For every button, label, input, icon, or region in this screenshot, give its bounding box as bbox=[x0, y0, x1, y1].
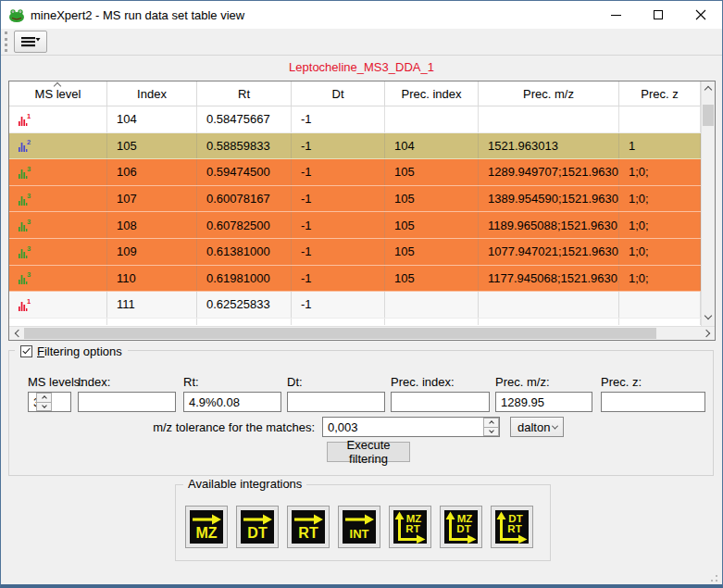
cell-ms-level[interactable]: 3 bbox=[9, 212, 107, 238]
cell-prec-index[interactable]: 105 bbox=[385, 239, 479, 265]
vertical-scrollbar[interactable] bbox=[701, 81, 715, 326]
table-row[interactable]: 31070.60078167-11051389.954590;1521.9630… bbox=[9, 186, 715, 213]
integration-button-mz-rt[interactable]: MZRT bbox=[389, 506, 431, 548]
cell-prec-z[interactable]: 1 bbox=[619, 133, 701, 159]
integration-button-mz-dt[interactable]: MZDT bbox=[440, 506, 482, 548]
cell-dt[interactable]: -1 bbox=[292, 266, 385, 292]
cell-prec-mz[interactable] bbox=[479, 106, 619, 132]
cell-prec-z[interactable] bbox=[619, 106, 701, 132]
cell-dt[interactable]: -1 bbox=[292, 292, 385, 318]
scroll-left-button[interactable] bbox=[9, 327, 24, 340]
table-row[interactable]: 11110.62525833-1 bbox=[9, 292, 715, 319]
column-header-dt[interactable]: Dt bbox=[292, 81, 385, 106]
tolerance-input[interactable] bbox=[322, 417, 500, 437]
table-row[interactable]: 11040.58475667-1 bbox=[9, 106, 715, 133]
cell-rt[interactable]: 0.61381000 bbox=[197, 239, 292, 265]
vertical-scroll-thumb[interactable] bbox=[703, 105, 714, 126]
cell-rt[interactable]: 0.60078167 bbox=[197, 186, 292, 212]
cell-prec-index[interactable]: 105 bbox=[385, 186, 479, 212]
cell-ms-level[interactable]: 2 bbox=[9, 133, 107, 159]
close-button[interactable] bbox=[679, 1, 722, 29]
toolbar-grip[interactable] bbox=[5, 31, 7, 52]
cell-dt[interactable]: -1 bbox=[292, 212, 385, 238]
cell-prec-mz[interactable]: 1077.947021;1521.963013 bbox=[479, 239, 619, 265]
cell-ms-level[interactable]: 1 bbox=[9, 292, 107, 318]
spin-up-button[interactable] bbox=[483, 418, 499, 428]
cell-rt[interactable]: 0.62525833 bbox=[197, 292, 292, 318]
cell-dt[interactable]: -1 bbox=[292, 133, 385, 159]
resize-grip-icon[interactable] bbox=[706, 570, 718, 582]
table-row[interactable]: 31100.61981000-11051177.945068;1521.9630… bbox=[9, 266, 715, 293]
spin-down-button[interactable] bbox=[483, 428, 499, 437]
integration-button-rt[interactable]: RT bbox=[287, 506, 330, 548]
cell-prec-index[interactable] bbox=[385, 106, 479, 132]
cell-prec-index[interactable]: 105 bbox=[385, 266, 479, 292]
table-row[interactable]: 31060.59474500-11051289.949707;1521.9630… bbox=[9, 159, 715, 186]
column-header-prec-z[interactable]: Prec. z bbox=[619, 81, 701, 106]
execute-filtering-button[interactable]: Execute filtering bbox=[327, 442, 410, 462]
maximize-button[interactable] bbox=[637, 1, 679, 29]
spin-down-button[interactable] bbox=[36, 403, 52, 412]
cell-prec-mz[interactable]: 1177.945068;1521.963013 bbox=[479, 266, 619, 292]
cell-dt[interactable]: -1 bbox=[292, 106, 385, 132]
cell-ms-level[interactable]: 1 bbox=[9, 106, 107, 132]
table-row[interactable]: 21050.58859833-11041521.9630131 bbox=[9, 133, 715, 160]
cell-prec-z[interactable]: 1;0; bbox=[619, 212, 701, 238]
cell-prec-mz[interactable]: 1389.954590;1521.963013 bbox=[479, 186, 619, 212]
table-row[interactable]: 31080.60782500-11051189.965088;1521.9630… bbox=[9, 212, 715, 239]
scroll-right-button[interactable] bbox=[700, 327, 715, 340]
cell-rt[interactable]: 0.60782500 bbox=[197, 212, 292, 238]
cell-ms-level[interactable]: 3 bbox=[9, 159, 107, 185]
cell-prec-z[interactable]: 1;0; bbox=[619, 159, 701, 185]
cell-prec-z[interactable]: 1;0; bbox=[619, 239, 701, 265]
cell-rt[interactable]: 0.61981000 bbox=[197, 266, 292, 292]
cell-ms-level[interactable]: 3 bbox=[9, 186, 107, 212]
cell-prec-z[interactable]: 1;0; bbox=[619, 186, 701, 212]
filtering-checkbox[interactable] bbox=[20, 345, 32, 357]
cell-prec-mz[interactable]: 1521.963013 bbox=[479, 133, 619, 159]
scroll-down-button[interactable] bbox=[702, 309, 715, 324]
cell-index[interactable]: 110 bbox=[107, 266, 197, 292]
table-row[interactable]: 31090.61381000-11051077.947021;1521.9630… bbox=[9, 239, 715, 266]
unit-dropdown[interactable]: dalton bbox=[510, 417, 564, 437]
cell-index[interactable]: 106 bbox=[107, 159, 197, 185]
cell-ms-level[interactable]: 3 bbox=[9, 239, 107, 265]
horizontal-scroll-thumb[interactable] bbox=[24, 328, 656, 339]
cell-ms-level[interactable]: 3 bbox=[9, 266, 107, 292]
cell-prec-index[interactable]: 104 bbox=[385, 133, 479, 159]
minimize-button[interactable] bbox=[594, 1, 637, 29]
rt-input[interactable] bbox=[183, 392, 281, 412]
column-header-index[interactable]: Index bbox=[107, 81, 197, 106]
cell-index[interactable]: 109 bbox=[107, 239, 197, 265]
cell-index[interactable]: 104 bbox=[107, 106, 197, 132]
cell-dt[interactable]: -1 bbox=[292, 186, 385, 212]
prec-mz-input[interactable] bbox=[495, 392, 592, 412]
dt-input[interactable] bbox=[287, 392, 385, 412]
index-input[interactable] bbox=[78, 392, 176, 412]
cell-prec-mz[interactable]: 1289.949707;1521.963013 bbox=[479, 159, 619, 185]
prec-index-input[interactable] bbox=[391, 392, 490, 412]
cell-dt[interactable]: -1 bbox=[292, 159, 385, 185]
column-header-rt[interactable]: Rt bbox=[197, 81, 292, 106]
cell-index[interactable]: 107 bbox=[107, 186, 197, 212]
integration-button-dt-rt[interactable]: DTRT bbox=[491, 506, 533, 548]
cell-dt[interactable]: -1 bbox=[292, 239, 385, 265]
column-header-prec-mz[interactable]: Prec. m/z bbox=[479, 81, 619, 106]
integration-button-dt[interactable]: DT bbox=[236, 506, 279, 548]
cell-prec-mz[interactable] bbox=[479, 292, 619, 318]
spin-up-button[interactable] bbox=[36, 393, 52, 403]
integration-button-int[interactable]: INT bbox=[338, 506, 380, 548]
cell-prec-z[interactable]: 1;0; bbox=[619, 266, 701, 292]
main-menu-button[interactable] bbox=[14, 31, 47, 53]
prec-z-input[interactable] bbox=[601, 392, 705, 412]
column-header-ms-level[interactable]: MS level bbox=[9, 81, 107, 106]
scroll-up-button[interactable] bbox=[702, 81, 715, 96]
cell-prec-z[interactable] bbox=[619, 292, 701, 318]
cell-prec-mz[interactable]: 1189.965088;1521.963013 bbox=[479, 212, 619, 238]
cell-index[interactable]: 111 bbox=[107, 292, 197, 318]
cell-index[interactable]: 105 bbox=[107, 133, 197, 159]
cell-rt[interactable]: 0.58475667 bbox=[197, 106, 292, 132]
cell-rt[interactable]: 0.58859833 bbox=[197, 133, 292, 159]
column-header-prec-index[interactable]: Prec. index bbox=[385, 81, 479, 106]
cell-prec-index[interactable]: 105 bbox=[385, 159, 479, 185]
